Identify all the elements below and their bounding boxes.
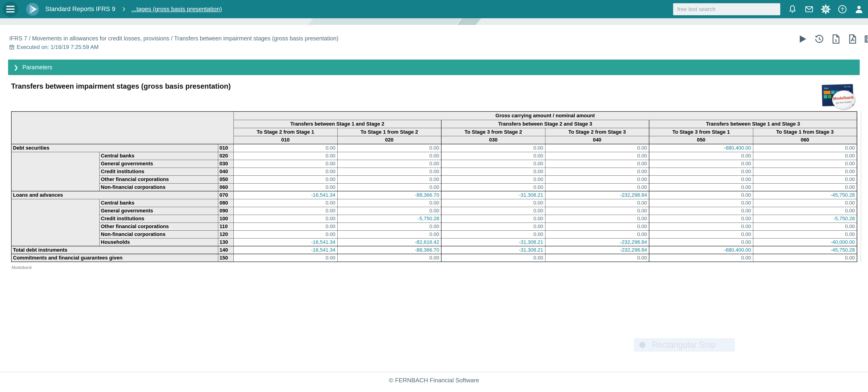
table-row: Central banks0200.000.000.000.000.000.00 bbox=[11, 152, 857, 160]
row-label: Loans and advances bbox=[11, 191, 218, 199]
value-cell: 0.00 bbox=[649, 199, 753, 207]
table-scrollbar[interactable] bbox=[857, 111, 861, 262]
column-header: To Stage 2 from Stage 1 bbox=[234, 128, 337, 136]
row-label: Other financial corporations bbox=[99, 175, 218, 183]
row-label: Total debt instruments bbox=[11, 246, 218, 254]
group-header: Transfers between Stage 1 and Stage 2 bbox=[234, 120, 441, 128]
row-code: 010 bbox=[218, 144, 234, 152]
column-code: 010 bbox=[234, 136, 337, 144]
table-row: Central banks0800.000.000.000.000.000.00 bbox=[11, 199, 857, 207]
value-cell: 0.00 bbox=[337, 144, 441, 152]
value-cell: 0.00 bbox=[649, 223, 753, 230]
value-cell: 0.00 bbox=[545, 183, 649, 191]
value-cell: 0.00 bbox=[337, 168, 441, 175]
value-cell: 0.00 bbox=[753, 168, 857, 175]
row-label: Central banks bbox=[99, 152, 218, 160]
value-cell: 0.00 bbox=[753, 254, 857, 262]
value-cell: 0.00 bbox=[441, 168, 545, 175]
value-cell: 0.00 bbox=[649, 254, 753, 262]
table-row: Households130-16,541.34-82,616.42-31,308… bbox=[11, 238, 857, 246]
row-code: 080 bbox=[218, 199, 234, 207]
table-header: Gross carrying amount / nominal amount T… bbox=[11, 111, 857, 144]
snip-label: Rectangular Snip bbox=[652, 340, 716, 350]
row-label: Credit institutions bbox=[99, 215, 218, 223]
row-code: 130 bbox=[218, 238, 234, 246]
search-input[interactable] bbox=[673, 3, 780, 15]
value-cell: 0.00 bbox=[545, 230, 649, 238]
value-cell: 0.00 bbox=[234, 254, 337, 262]
value-cell: -16,541.34 bbox=[234, 191, 337, 199]
excel-export-icon[interactable]: x bbox=[830, 34, 841, 44]
value-cell: 0.00 bbox=[234, 183, 337, 191]
report-layout-icon[interactable] bbox=[864, 34, 868, 44]
row-label: Households bbox=[99, 238, 218, 246]
topbar-breadcrumb-link[interactable]: ...tages (gross basis presentation) bbox=[131, 5, 222, 13]
value-cell: 0.00 bbox=[441, 215, 545, 223]
row-indent-cell bbox=[11, 199, 99, 246]
value-cell: 0.00 bbox=[234, 207, 337, 215]
value-cell: 0.00 bbox=[337, 230, 441, 238]
report-table-body: Debt securities0100.000.000.000.00-680,4… bbox=[11, 144, 857, 262]
executed-on-line: Executed on: 1/16/19 7:25:59 AM bbox=[9, 44, 99, 50]
group-header: Transfers between Stage 1 and Stage 3 bbox=[649, 120, 857, 128]
copyright-text: © FERNBACH Financial Software bbox=[389, 377, 479, 392]
parameters-panel-header[interactable]: ❯ Parameters bbox=[8, 60, 860, 75]
value-cell: 0.00 bbox=[545, 175, 649, 183]
table-row: Non-financial corporations1200.000.000.0… bbox=[11, 230, 857, 238]
value-cell: 0.00 bbox=[649, 238, 753, 246]
run-icon[interactable] bbox=[797, 34, 808, 44]
value-cell: 0.00 bbox=[234, 175, 337, 183]
table-footnote: Modelbank bbox=[11, 265, 865, 270]
column-header: To Stage 3 from Stage 2 bbox=[441, 128, 545, 136]
value-cell: -31,308.21 bbox=[441, 238, 545, 246]
value-cell: 0.00 bbox=[441, 144, 545, 152]
bell-icon[interactable] bbox=[788, 4, 797, 14]
calendar-icon bbox=[9, 44, 15, 50]
inbox-icon[interactable] bbox=[804, 4, 814, 14]
modelbank-logo: My User Start Modelbank go live faster bbox=[821, 85, 856, 109]
value-cell: 0.00 bbox=[545, 168, 649, 175]
row-label: General governments bbox=[99, 207, 218, 215]
value-cell: 0.00 bbox=[545, 207, 649, 215]
value-cell: 0.00 bbox=[441, 230, 545, 238]
row-code: 060 bbox=[218, 183, 234, 191]
row-code: 090 bbox=[218, 207, 234, 215]
value-cell: -31,308.21 bbox=[441, 191, 545, 199]
row-label: Credit institutions bbox=[99, 168, 218, 175]
column-header: To Stage 1 from Stage 2 bbox=[337, 128, 441, 136]
topbar: Standard Reports IFRS 9 › ...tages (gros… bbox=[0, 0, 868, 18]
fernbach-logo-icon[interactable] bbox=[26, 3, 39, 16]
value-cell: 0.00 bbox=[545, 152, 649, 160]
value-cell: 0.00 bbox=[441, 175, 545, 183]
pdf-export-icon[interactable] bbox=[847, 34, 858, 44]
value-cell: 0.00 bbox=[337, 160, 441, 168]
value-cell: 0.00 bbox=[649, 191, 753, 199]
value-cell: 0.00 bbox=[545, 144, 649, 152]
value-cell: 0.00 bbox=[234, 152, 337, 160]
topbar-icon-group: ? bbox=[788, 4, 864, 14]
app-title: Standard Reports IFRS 9 bbox=[45, 5, 115, 13]
value-cell: -88,366.70 bbox=[337, 246, 441, 254]
user-icon[interactable] bbox=[854, 4, 864, 14]
help-icon[interactable]: ? bbox=[838, 4, 847, 14]
value-cell: 0.00 bbox=[649, 230, 753, 238]
page-footer: © FERNBACH Financial Software bbox=[0, 372, 868, 392]
gear-icon[interactable] bbox=[821, 4, 831, 14]
svg-text:?: ? bbox=[841, 6, 844, 12]
value-cell: 0.00 bbox=[441, 183, 545, 191]
history-icon[interactable] bbox=[814, 34, 824, 44]
column-header: To Stage 2 from Stage 3 bbox=[545, 128, 649, 136]
value-cell: 0.00 bbox=[545, 254, 649, 262]
column-code: 060 bbox=[753, 136, 857, 144]
column-code: 020 bbox=[337, 136, 441, 144]
parameters-label: Parameters bbox=[22, 64, 52, 71]
column-header: To Stage 1 from Stage 3 bbox=[753, 128, 857, 136]
value-cell: 0.00 bbox=[545, 199, 649, 207]
page-title: Transfers between impairment stages (gro… bbox=[11, 82, 231, 91]
value-cell: 0.00 bbox=[337, 152, 441, 160]
table-row: Commitments and financial guarantees giv… bbox=[11, 254, 857, 262]
value-cell: 0.00 bbox=[441, 160, 545, 168]
row-label: Debt securities bbox=[11, 144, 218, 152]
hamburger-menu-button[interactable] bbox=[3, 2, 18, 17]
row-code: 140 bbox=[218, 246, 234, 254]
